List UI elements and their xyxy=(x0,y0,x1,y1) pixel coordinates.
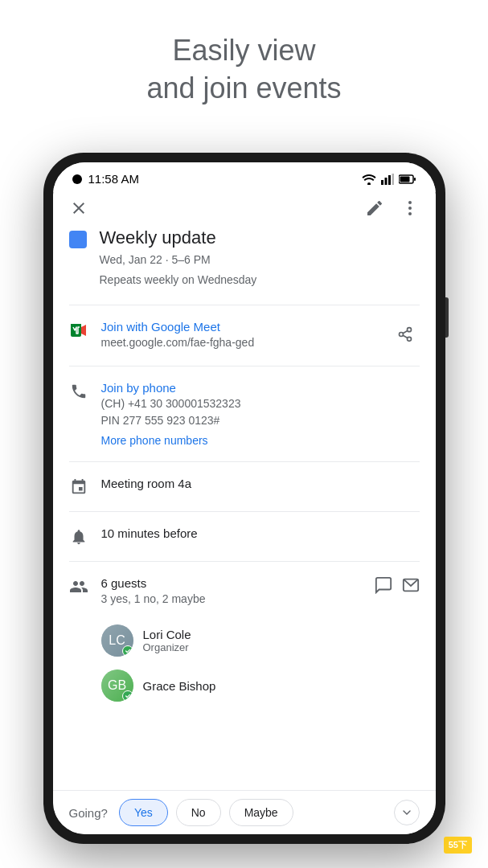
svg-line-18 xyxy=(403,335,408,338)
phone-row: Join by phone (CH) +41 30 300001532323 P… xyxy=(69,370,420,458)
phone-icon xyxy=(69,382,88,401)
room-label: Meeting room 4a xyxy=(101,477,192,490)
guests-icon xyxy=(69,577,88,596)
expand-rsvp-button[interactable] xyxy=(394,800,420,825)
divider-3 xyxy=(69,461,420,462)
phone-number: (CH) +41 30 300001532323 xyxy=(101,396,420,412)
email-guests-button[interactable] xyxy=(402,576,420,594)
divider-1 xyxy=(69,305,420,305)
toolbar xyxy=(53,192,436,227)
svg-point-8 xyxy=(408,201,412,204)
meet-url: meet.google.com/fae-fgha-ged xyxy=(101,335,378,351)
guest-name-grace: Grace Bishop xyxy=(143,679,216,693)
svg-point-17 xyxy=(407,337,411,341)
watermark: 55下 xyxy=(444,837,472,854)
rsvp-yes-button[interactable]: Yes xyxy=(119,799,168,826)
status-bar: 11:58 AM xyxy=(53,162,436,192)
status-icons xyxy=(362,174,416,185)
meet-content: Join with Google Meet meet.google.com/fa… xyxy=(101,320,378,351)
svg-point-15 xyxy=(407,328,411,332)
message-guests-button[interactable] xyxy=(375,576,392,594)
guests-actions xyxy=(375,576,420,594)
svg-point-9 xyxy=(408,207,412,210)
event-content: Weekly update Wed, Jan 22 · 5–6 PM Repea… xyxy=(53,227,436,795)
svg-point-10 xyxy=(408,212,412,215)
svg-rect-3 xyxy=(388,175,391,185)
room-row: Meeting room 4a xyxy=(69,465,420,508)
avatar-check-grace xyxy=(122,690,133,702)
reminder-row: 10 minutes before xyxy=(69,515,420,558)
meet-icon xyxy=(69,321,88,340)
going-label: Going? xyxy=(69,806,108,820)
event-color-indicator xyxy=(69,231,87,248)
divider-5 xyxy=(69,561,420,562)
guests-row: 6 guests 3 yes, 1 no, 2 maybe xyxy=(69,565,420,619)
phone-screen: 11:58 AM xyxy=(53,162,436,834)
phone-pin: PIN 277 555 923 0123# xyxy=(101,413,420,429)
event-recurrence: Repeats weekly on Wednesday xyxy=(100,272,257,289)
status-time: 11:58 AM xyxy=(88,172,139,186)
guest-avatar-lori: LC xyxy=(101,624,133,657)
svg-rect-6 xyxy=(414,178,416,181)
guests-count: 6 guests xyxy=(101,576,362,590)
guest-info-lori: Lori Cole Organizer xyxy=(143,628,191,653)
status-time-group: 11:58 AM xyxy=(72,172,139,186)
guest-item-lori: LC Lori Cole Organizer xyxy=(101,618,420,663)
divider-2 xyxy=(69,366,420,366)
svg-point-0 xyxy=(367,182,371,185)
battery-icon xyxy=(399,174,416,184)
svg-rect-7 xyxy=(400,176,409,182)
svg-marker-14 xyxy=(81,325,86,336)
guest-info-grace: Grace Bishop xyxy=(143,679,216,693)
edit-button[interactable] xyxy=(365,199,384,218)
guest-role-lori: Organizer xyxy=(143,641,191,653)
rsvp-no-button[interactable]: No xyxy=(176,799,221,826)
divider-4 xyxy=(69,511,420,512)
meet-link[interactable]: Join with Google Meet xyxy=(101,320,378,334)
event-title-group: Weekly update Wed, Jan 22 · 5–6 PM Repea… xyxy=(100,227,257,289)
avatar-check-lori xyxy=(122,645,133,657)
camera-icon xyxy=(72,174,82,184)
event-title-section: Weekly update Wed, Jan 22 · 5–6 PM Repea… xyxy=(69,227,420,289)
more-phone-numbers[interactable]: More phone numbers xyxy=(101,434,420,447)
guest-name-lori: Lori Cole xyxy=(143,628,191,641)
guests-summary: 3 yes, 1 no, 2 maybe xyxy=(101,592,362,608)
svg-point-16 xyxy=(399,333,403,337)
phone-frame: 11:58 AM xyxy=(43,153,445,844)
signal-icon xyxy=(381,174,394,185)
phone-link[interactable]: Join by phone xyxy=(101,381,420,395)
bell-icon xyxy=(69,527,88,547)
guest-item-grace: GB Grace Bishop xyxy=(101,663,420,708)
phone-content: Join by phone (CH) +41 30 300001532323 P… xyxy=(101,381,420,447)
rsvp-maybe-button[interactable]: Maybe xyxy=(229,799,293,826)
header-line1: Easily view xyxy=(172,34,315,67)
meet-row: Join with Google Meet meet.google.com/fa… xyxy=(69,309,420,362)
side-button xyxy=(445,297,449,338)
room-icon xyxy=(69,477,88,497)
wifi-icon xyxy=(362,174,376,185)
page-header: Easily view and join events xyxy=(0,0,488,132)
close-button[interactable] xyxy=(69,199,88,218)
guest-avatar-grace: GB xyxy=(101,669,133,702)
svg-line-19 xyxy=(403,330,408,333)
reminder-label: 10 minutes before xyxy=(101,526,198,540)
event-date: Wed, Jan 22 · 5–6 PM xyxy=(100,252,257,268)
svg-rect-4 xyxy=(392,174,394,185)
svg-rect-1 xyxy=(381,180,383,185)
event-title: Weekly update xyxy=(100,227,257,248)
svg-rect-2 xyxy=(384,178,387,185)
rsvp-bar: Going? Yes No Maybe xyxy=(53,790,436,834)
guest-list: LC Lori Cole Organizer xyxy=(69,618,420,708)
guests-content: 6 guests 3 yes, 1 no, 2 maybe xyxy=(101,576,362,608)
share-button[interactable] xyxy=(391,320,420,349)
more-options-button[interactable] xyxy=(400,199,420,218)
header-line2: and join events xyxy=(146,72,341,104)
